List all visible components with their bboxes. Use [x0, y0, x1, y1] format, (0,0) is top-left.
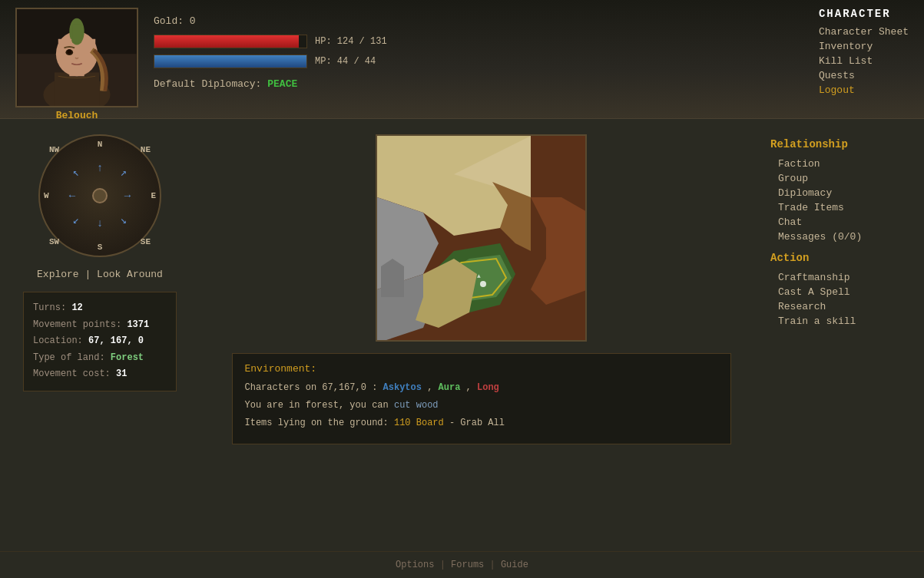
- map-container: ▲: [376, 134, 587, 342]
- env-char-askytos[interactable]: Askytos: [383, 382, 422, 393]
- svg-rect-3: [55, 72, 99, 106]
- footer-sep2: |: [490, 560, 495, 570]
- env-forest-text: You are in forest, you can: [245, 400, 389, 411]
- mp-bar-container: [154, 54, 307, 68]
- stats-section: Gold: 0 HP: 124 / 131 MP: 44 / 44 Defaul…: [154, 8, 387, 90]
- footer-sep1: |: [440, 560, 445, 570]
- research-link[interactable]: Research: [770, 299, 916, 314]
- svg-text:▲: ▲: [477, 272, 481, 279]
- type-of-land-value: Forest: [111, 352, 144, 363]
- environment-characters-line: Characters on 67,167,0 : Askytos , Aura …: [245, 381, 718, 395]
- type-of-land-row: Type of land: Forest: [33, 350, 167, 367]
- group-link[interactable]: Group: [770, 171, 916, 186]
- compass-container: NW N NE W E SW S SE ↑ ↓ → ← ↗ ↖ ↘ ↙: [38, 134, 161, 257]
- environment-forest-line: You are in forest, you can cut wood: [245, 398, 718, 413]
- char-sheet-link[interactable]: Character Sheet: [819, 26, 909, 38]
- craftmanship-link[interactable]: Craftmanship: [770, 270, 916, 285]
- header: Belouch Gold: 0 HP: 124 / 131 MP: 44 / 4…: [0, 0, 924, 119]
- location-row: Location: 67, 167, 0: [33, 333, 167, 350]
- faction-link[interactable]: Faction: [770, 157, 916, 171]
- location-label: Location:: [33, 335, 83, 346]
- compass-outer: NW N NE W E SW S SE ↑ ↓ → ← ↗ ↖ ↘ ↙: [38, 134, 161, 257]
- train-skill-link[interactable]: Train a skill: [770, 314, 916, 329]
- character-panel: CHARACTER Character Sheet Inventory Kill…: [819, 8, 909, 99]
- nav-southwest-button[interactable]: ↙: [69, 213, 83, 226]
- explore-links: Explore | Look Around: [37, 269, 163, 280]
- svg-marker-25: [381, 259, 404, 297]
- avatar-name: Belouch: [56, 110, 98, 121]
- action-header: Action: [770, 252, 916, 264]
- environment-box: Environment: Characters on 67,167,0 : As…: [232, 353, 731, 444]
- footer: Options | Forums | Guide: [0, 551, 924, 578]
- logout-link[interactable]: Logout: [819, 84, 909, 96]
- diplomacy-value: PEACE: [267, 78, 297, 90]
- env-cut-wood[interactable]: cut wood: [394, 400, 439, 411]
- relationship-header: Relationship: [770, 138, 916, 150]
- dir-s-label: S: [98, 243, 103, 252]
- nav-northeast-button[interactable]: ↗: [117, 165, 131, 179]
- env-grab-all[interactable]: - Grab All: [449, 418, 505, 428]
- diplomacy-row: Default Diplomacy: PEACE: [154, 78, 387, 90]
- dir-w-label: W: [44, 191, 49, 200]
- dir-se-label: SE: [141, 237, 151, 246]
- env-item-name[interactable]: 110 Board: [394, 418, 444, 428]
- svg-point-26: [480, 281, 486, 287]
- mp-label: MP: 44 / 44: [315, 56, 376, 67]
- movement-points-label: Movement points:: [33, 319, 121, 330]
- nav-south-button[interactable]: ↓: [93, 216, 107, 230]
- dir-n-label: N: [98, 140, 103, 149]
- right-panel: Relationship Faction Group Diplomacy Tra…: [763, 119, 924, 578]
- movement-cost-label: Movement cost:: [33, 368, 111, 379]
- trade-items-link[interactable]: Trade Items: [770, 200, 916, 215]
- env-char-aura[interactable]: Aura: [439, 382, 461, 393]
- location-value: 67, 167, 0: [88, 335, 144, 346]
- left-panel: NW N NE W E SW S SE ↑ ↓ → ← ↗ ↖ ↘ ↙: [0, 119, 200, 578]
- nav-east-button[interactable]: →: [121, 189, 134, 203]
- movement-cost-value: 31: [116, 368, 127, 379]
- inventory-link[interactable]: Inventory: [819, 41, 909, 52]
- mp-bar-row: MP: 44 / 44: [154, 54, 387, 68]
- messages-link[interactable]: Messages (0/0): [770, 230, 916, 244]
- nav-separator: |: [84, 269, 91, 280]
- gold-value: 0: [190, 15, 196, 27]
- nav-northwest-button[interactable]: ↖: [69, 165, 83, 179]
- dir-ne-label: NE: [141, 145, 151, 154]
- dir-nw-label: NW: [49, 145, 59, 154]
- chat-link[interactable]: Chat: [770, 215, 916, 230]
- avatar-frame: [15, 8, 138, 107]
- env-location-text: Characters on 67,167,0 :: [245, 382, 378, 393]
- dir-e-label: E: [151, 191, 156, 200]
- look-around-link[interactable]: Look Around: [97, 269, 163, 280]
- compass-arrows: ↑ ↓ → ← ↗ ↖ ↘ ↙: [65, 161, 134, 230]
- environment-items-line: Items lying on the ground: 110 Board - G…: [245, 416, 718, 431]
- turns-row: Turns: 12: [33, 300, 167, 317]
- compass-center[interactable]: [92, 188, 108, 203]
- quests-link[interactable]: Quests: [819, 70, 909, 81]
- center-panel: ▲ Environment: Characters on 67,167,0 : …: [200, 119, 763, 578]
- svg-point-11: [67, 49, 71, 54]
- guide-link[interactable]: Guide: [501, 560, 528, 570]
- forums-link[interactable]: Forums: [451, 560, 484, 570]
- env-items-text: Items lying on the ground:: [245, 418, 389, 428]
- nav-north-button[interactable]: ↑: [93, 161, 107, 175]
- hp-bar-container: [154, 35, 307, 48]
- diplomacy-label: Default Diplomacy:: [154, 78, 261, 90]
- turns-value: 12: [71, 302, 82, 313]
- environment-title: Environment:: [245, 363, 718, 375]
- mp-bar-fill: [154, 55, 306, 68]
- kill-list-link[interactable]: Kill List: [819, 55, 909, 67]
- nav-southeast-button[interactable]: ↘: [117, 213, 131, 226]
- avatar-section: Belouch: [15, 8, 138, 121]
- cast-spell-link[interactable]: Cast A Spell: [770, 285, 916, 299]
- player-stats-box: Turns: 12 Movement points: 1371 Location…: [23, 292, 177, 391]
- hp-label: HP: 124 / 131: [315, 36, 387, 47]
- env-char-long[interactable]: Long: [477, 382, 499, 393]
- nav-west-button[interactable]: ←: [65, 189, 79, 203]
- movement-points-row: Movement points: 1371: [33, 317, 167, 334]
- options-link[interactable]: Options: [396, 560, 434, 570]
- svg-rect-7: [72, 24, 81, 42]
- movement-cost-row: Movement cost: 31: [33, 366, 167, 383]
- diplomacy-link[interactable]: Diplomacy: [770, 186, 916, 200]
- explore-link[interactable]: Explore: [37, 269, 79, 280]
- turns-label: Turns:: [33, 302, 66, 313]
